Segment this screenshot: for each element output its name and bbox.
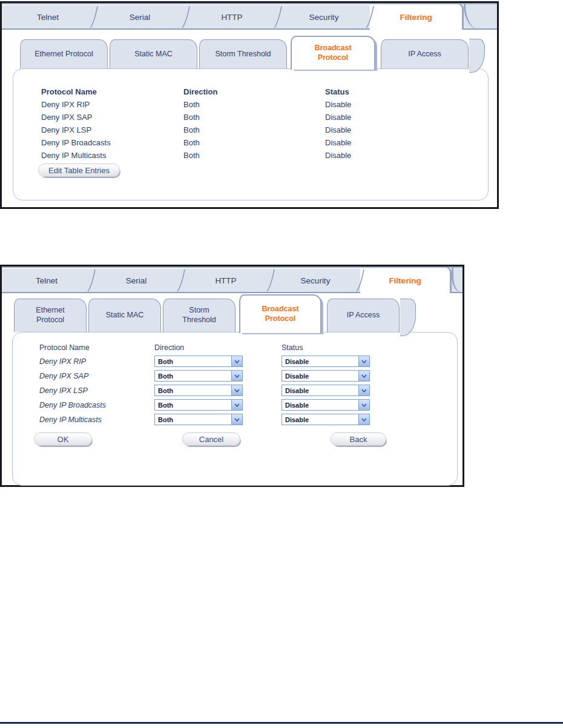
tab-separator [266, 269, 275, 292]
dropdown-arrow-icon[interactable] [231, 400, 242, 410]
form-row: Deny IP Multicasts Both Disable [39, 414, 457, 425]
dropdown-arrow-icon[interactable] [231, 356, 242, 366]
tab-separator [274, 5, 282, 28]
protocol-name: Deny IP Broadcasts [39, 401, 154, 409]
selected-value: Both [155, 371, 231, 381]
status-value: Disable [325, 124, 488, 136]
sub-tab-bar-endcap [469, 39, 485, 73]
selected-value: Both [155, 400, 231, 410]
subtab-storm-threshold[interactable]: Storm Threshold [199, 39, 287, 68]
status-select[interactable]: Disable [282, 370, 370, 382]
subtab-label: Static MAC [134, 50, 173, 59]
table-row: Deny IP Broadcasts Both Disable [41, 136, 488, 149]
tab-http[interactable]: HTTP [186, 4, 278, 30]
main-tab-bar: Telnet Serial HTTP Security Filtering [2, 266, 463, 293]
protocol-name: Deny IP Multicasts [39, 415, 154, 424]
tab-security[interactable]: Security [271, 268, 360, 293]
protocol-name: Deny IP Broadcasts [41, 136, 183, 149]
cancel-button[interactable]: Cancel [182, 432, 240, 446]
tab-label: Filtering [389, 276, 421, 285]
status-value: Disable [325, 111, 488, 124]
table-row: Deny IPX SAP Both Disable [41, 111, 488, 124]
filtering-sub-tab-bar: Ethernet Protocol Static MAC Storm Thres… [2, 36, 497, 68]
main-tab-bar: Telnet Serial HTTP Security Filtering [2, 3, 497, 30]
subtab-label: Ethernet Protocol [35, 50, 93, 59]
form-row: Deny IPX SAP Both Disable [39, 370, 457, 382]
dropdown-arrow-icon[interactable] [231, 371, 242, 381]
dropdown-arrow-icon[interactable] [358, 356, 369, 366]
subtab-broadcast-protocol[interactable]: Broadcast Protocol [291, 36, 375, 70]
subtab-ip-access[interactable]: IP Access [327, 299, 400, 332]
dropdown-arrow-icon[interactable] [358, 400, 369, 410]
direction-value: Both [183, 111, 325, 124]
protocol-name: Deny IPX LSP [41, 124, 183, 136]
subtab-ethernet-protocol[interactable]: Ethernet Protocol [14, 299, 87, 332]
tab-label: Filtering [400, 13, 432, 22]
subtab-ip-access[interactable]: IP Access [381, 39, 469, 68]
subtab-label: Ethernet Protocol [23, 306, 77, 325]
status-select[interactable]: Disable [282, 399, 370, 411]
back-button[interactable]: Back [331, 432, 386, 446]
tab-label: Security [301, 276, 331, 285]
form-row: Deny IPX LSP Both Disable [39, 385, 457, 396]
form-header-row: Protocol Name Direction Status [39, 343, 457, 352]
dropdown-arrow-icon[interactable] [231, 414, 242, 425]
direction-select[interactable]: Both [154, 399, 243, 411]
status-value: Disable [325, 149, 488, 162]
broadcast-protocol-table-box: Protocol Name Direction Status Deny IPX … [13, 68, 489, 200]
subtab-ethernet-protocol[interactable]: Ethernet Protocol [20, 39, 108, 68]
subtab-label: Storm Threshold [172, 306, 226, 325]
tab-label: Serial [130, 13, 151, 22]
dropdown-arrow-icon[interactable] [358, 414, 369, 425]
subtab-label: IP Access [347, 311, 380, 320]
col-protocol-name: Protocol Name [39, 343, 154, 352]
ok-button[interactable]: OK [34, 432, 92, 446]
tab-label: Security [309, 13, 339, 22]
direction-select[interactable]: Both [154, 385, 243, 396]
col-protocol-name: Protocol Name [41, 85, 183, 98]
selected-value: Disable [282, 400, 358, 410]
status-select[interactable]: Disable [282, 385, 370, 396]
form-row: Deny IP Broadcasts Both Disable [39, 399, 457, 411]
subtab-label: Storm Threshold [215, 50, 271, 59]
dropdown-arrow-icon[interactable] [358, 385, 369, 395]
direction-select[interactable]: Both [154, 370, 243, 382]
selected-value: Both [155, 414, 231, 425]
selected-value: Disable [282, 356, 358, 366]
tab-security[interactable]: Security [278, 4, 370, 30]
tab-telnet[interactable]: Telnet [2, 268, 91, 293]
tab-separator [90, 5, 98, 28]
tab-serial[interactable]: Serial [94, 4, 186, 30]
dropdown-arrow-icon[interactable] [358, 371, 369, 381]
table-header-row: Protocol Name Direction Status [41, 85, 488, 98]
protocol-name: Deny IPX LSP [39, 386, 154, 395]
protocol-name: Deny IPX SAP [39, 372, 154, 380]
subtab-label: IP Access [408, 50, 441, 59]
tab-http[interactable]: HTTP [181, 268, 271, 293]
dropdown-arrow-icon[interactable] [231, 385, 242, 395]
direction-select[interactable]: Both [154, 356, 243, 367]
edit-button-row: Edit Table Entries [38, 164, 488, 177]
status-select[interactable]: Disable [282, 356, 370, 367]
table-row: Deny IPX LSP Both Disable [41, 124, 488, 136]
tab-bar-endcap [452, 268, 463, 293]
protocol-name: Deny IPX SAP [41, 111, 183, 124]
tab-filtering[interactable]: Filtering [370, 3, 464, 30]
status-select[interactable]: Disable [282, 414, 370, 425]
page-footer-rule [0, 722, 563, 724]
table-row: Deny IP Multicasts Both Disable [41, 149, 488, 162]
direction-select[interactable]: Both [154, 414, 243, 425]
broadcast-protocol-form-box: Protocol Name Direction Status Deny IPX … [12, 332, 458, 486]
subtab-static-mac[interactable]: Static MAC [88, 299, 161, 332]
tab-filtering[interactable]: Filtering [360, 266, 452, 293]
subtab-static-mac[interactable]: Static MAC [110, 39, 197, 68]
selected-value: Both [155, 356, 231, 366]
tab-separator [182, 5, 190, 28]
edit-table-entries-button[interactable]: Edit Table Entries [38, 164, 120, 177]
subtab-storm-threshold[interactable]: Storm Threshold [163, 299, 235, 332]
tab-serial[interactable]: Serial [91, 268, 181, 293]
col-direction: Direction [154, 343, 282, 352]
tab-telnet[interactable]: Telnet [2, 4, 94, 30]
tab-separator [177, 269, 185, 292]
subtab-broadcast-protocol[interactable]: Broadcast Protocol [239, 294, 321, 333]
